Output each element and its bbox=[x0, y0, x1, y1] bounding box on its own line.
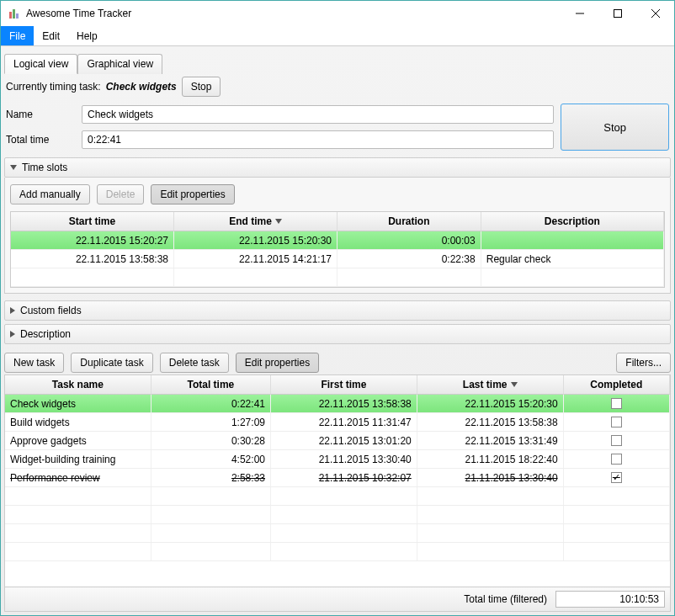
completed-checkbox[interactable] bbox=[611, 454, 622, 465]
timing-row: Currently timing task: Check widgets Sto… bbox=[4, 73, 671, 102]
new-task-button[interactable]: New task bbox=[4, 353, 64, 373]
table-row bbox=[5, 487, 670, 506]
sort-desc-icon bbox=[275, 219, 282, 224]
table-row bbox=[5, 543, 670, 561]
table-row[interactable]: 22.11.2015 13:58:3822.11.2015 14:21:170:… bbox=[11, 250, 664, 268]
menubar: File Edit Help bbox=[1, 26, 674, 46]
cell-first: 22.11.2015 13:58:38 bbox=[271, 395, 417, 412]
duplicate-task-button[interactable]: Duplicate task bbox=[71, 353, 152, 373]
table-row[interactable]: Widget-building training4:52:0021.11.201… bbox=[5, 450, 670, 469]
completed-checkbox[interactable] bbox=[611, 398, 622, 409]
cell-first: 21.11.2015 10:32:07 bbox=[271, 469, 417, 486]
tasks-section: New task Duplicate task Delete task Edit… bbox=[4, 351, 671, 612]
cell-start: 22.11.2015 13:58:38 bbox=[11, 250, 174, 268]
app-window: Awesome Time Tracker File Edit Help Logi… bbox=[0, 0, 675, 616]
cell-first: 22.11.2015 11:31:47 bbox=[271, 413, 417, 431]
client-area: Logical view Graphical view Currently ti… bbox=[1, 46, 674, 615]
stop-big-button[interactable]: Stop bbox=[561, 104, 669, 151]
expander-customfields[interactable]: Custom fields bbox=[4, 300, 671, 321]
cell-first: 21.11.2015 13:30:40 bbox=[271, 450, 417, 468]
table-row[interactable]: 22.11.2015 15:20:2722.11.2015 15:20:300:… bbox=[11, 231, 664, 250]
edit-task-properties-button[interactable]: Edit properties bbox=[236, 353, 319, 373]
cell-task-name: Build widgets bbox=[5, 413, 151, 431]
cell-description: Regular check bbox=[481, 250, 664, 268]
tab-graphical-view[interactable]: Graphical view bbox=[77, 54, 162, 74]
th-total-time[interactable]: Total time bbox=[151, 375, 271, 395]
th-completed[interactable]: Completed bbox=[564, 375, 670, 395]
cell-completed bbox=[564, 432, 670, 449]
completed-checkbox[interactable] bbox=[611, 417, 622, 427]
totaltime-field[interactable] bbox=[82, 130, 554, 149]
table-row[interactable]: Build widgets1:27:0922.11.2015 11:31:472… bbox=[5, 413, 670, 432]
th-end-time[interactable]: End time bbox=[174, 212, 338, 231]
view-tabs: Logical view Graphical view bbox=[4, 50, 671, 73]
cell-duration: 0:22:38 bbox=[338, 250, 481, 268]
expander-description[interactable]: Description bbox=[4, 324, 671, 344]
timeslots-toolbar: Add manually Delete Edit properties bbox=[10, 183, 665, 206]
svg-rect-2 bbox=[16, 13, 19, 19]
minimize-button[interactable] bbox=[561, 1, 598, 26]
tab-logical-view[interactable]: Logical view bbox=[4, 54, 77, 74]
app-title: Awesome Time Tracker bbox=[26, 8, 561, 19]
th-task-name[interactable]: Task name bbox=[5, 375, 151, 395]
chevron-right-icon bbox=[10, 331, 15, 337]
th-duration[interactable]: Duration bbox=[338, 212, 481, 231]
delete-task-button[interactable]: Delete task bbox=[160, 353, 229, 373]
th-description[interactable]: Description bbox=[481, 212, 664, 231]
expander-timeslots[interactable]: Time slots bbox=[4, 157, 671, 178]
table-row bbox=[11, 268, 664, 287]
menu-file[interactable]: File bbox=[1, 26, 34, 45]
table-row[interactable]: Check widgets0:22:4122.11.2015 13:58:382… bbox=[5, 395, 670, 413]
app-icon bbox=[8, 7, 21, 20]
titlebar: Awesome Time Tracker bbox=[1, 1, 674, 26]
totals-bar: Total time (filtered) bbox=[4, 587, 671, 612]
cell-completed bbox=[564, 395, 670, 412]
cell-total: 1:27:09 bbox=[151, 413, 271, 431]
timeslots-panel: Add manually Delete Edit properties Star… bbox=[4, 178, 671, 294]
tasks-toolbar: New task Duplicate task Delete task Edit… bbox=[4, 351, 671, 374]
cell-task-name: Performance review bbox=[5, 469, 151, 486]
cell-end: 22.11.2015 14:21:17 bbox=[174, 250, 338, 268]
sort-desc-icon bbox=[511, 382, 518, 387]
svg-rect-1 bbox=[13, 9, 15, 19]
task-detail: Name Total time Stop bbox=[4, 102, 671, 154]
window-controls bbox=[561, 1, 674, 26]
menu-help[interactable]: Help bbox=[68, 26, 106, 45]
cell-completed bbox=[564, 413, 670, 431]
totals-label: Total time (filtered) bbox=[464, 593, 547, 605]
expander-timeslots-label: Time slots bbox=[22, 162, 67, 173]
cell-task-name: Widget-building training bbox=[5, 450, 151, 468]
totaltime-label: Total time bbox=[6, 134, 73, 146]
cell-task-name: Check widgets bbox=[5, 395, 151, 412]
completed-checkbox[interactable] bbox=[611, 435, 622, 446]
delete-slot-button[interactable]: Delete bbox=[97, 184, 145, 204]
stop-small-button[interactable]: Stop bbox=[182, 77, 221, 97]
cell-total: 0:30:28 bbox=[151, 432, 271, 449]
completed-checkbox[interactable] bbox=[611, 472, 622, 483]
cell-duration: 0:00:03 bbox=[338, 231, 481, 249]
add-manually-button[interactable]: Add manually bbox=[10, 184, 90, 204]
cell-total: 2:58:33 bbox=[151, 469, 271, 486]
th-last-time[interactable]: Last time bbox=[417, 375, 564, 395]
cell-start: 22.11.2015 15:20:27 bbox=[11, 231, 174, 249]
name-label: Name bbox=[6, 109, 73, 120]
table-row[interactable]: Approve gadgets0:30:2822.11.2015 13:01:2… bbox=[5, 432, 670, 450]
cell-completed bbox=[564, 469, 670, 486]
edit-slot-properties-button[interactable]: Edit properties bbox=[151, 184, 234, 204]
th-first-time[interactable]: First time bbox=[271, 375, 417, 395]
filters-button[interactable]: Filters... bbox=[616, 353, 671, 373]
task-fields: Name Total time bbox=[6, 104, 554, 151]
svg-rect-0 bbox=[9, 12, 12, 19]
cell-last: 22.11.2015 15:20:30 bbox=[417, 395, 564, 412]
timeslots-table: Start time End time Duration Description… bbox=[10, 211, 665, 288]
table-row[interactable]: Performance review2:58:3321.11.2015 10:3… bbox=[5, 469, 670, 487]
th-start-time[interactable]: Start time bbox=[11, 212, 174, 231]
name-field[interactable] bbox=[82, 105, 554, 124]
cell-last: 21.11.2015 13:30:40 bbox=[417, 469, 564, 486]
close-button[interactable] bbox=[636, 1, 674, 26]
chevron-down-icon bbox=[10, 165, 17, 170]
menu-edit[interactable]: Edit bbox=[34, 26, 68, 45]
cell-last: 21.11.2015 18:22:40 bbox=[417, 450, 564, 468]
cell-description bbox=[481, 231, 664, 249]
maximize-button[interactable] bbox=[598, 1, 636, 26]
